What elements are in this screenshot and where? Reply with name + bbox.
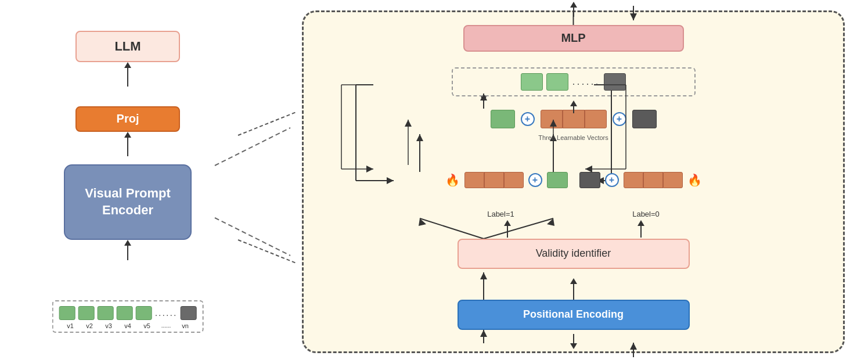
vpe-box: Visual PromptEncoder <box>64 164 192 240</box>
validity-identifier-label: Validity identifier <box>536 247 611 260</box>
lv-orange-seg-1 <box>541 110 563 128</box>
arrow-vpe-tokens <box>124 240 131 260</box>
lower-left-group: 🔥 + <box>445 172 568 188</box>
right-side: MLP ...... + <box>302 10 845 353</box>
right-token-2 <box>546 73 568 91</box>
fire-icon-right: 🔥 <box>687 173 702 187</box>
lower-right-group: + 🔥 <box>579 172 702 188</box>
arrow-line <box>573 106 574 113</box>
arrow-validity-right <box>638 220 644 238</box>
mlp-label: MLP <box>561 31 585 45</box>
token-v5 <box>136 306 152 320</box>
arrow-head <box>638 220 644 226</box>
arrow-line <box>640 226 642 238</box>
arrow-head <box>504 220 511 226</box>
arrow-head <box>570 100 577 106</box>
validity-identifier-box: Validity identifier <box>458 239 690 269</box>
positional-encoding-label: Positional Encoding <box>523 308 624 321</box>
svg-line-20 <box>420 218 484 239</box>
lv-green-left <box>491 110 515 128</box>
llm-box: LLM <box>75 31 180 62</box>
token-label-v1: v1 <box>62 322 78 329</box>
tokens-squares: ...... <box>59 306 197 320</box>
lv-orange-lower-right <box>624 172 683 188</box>
token-vn <box>180 306 196 320</box>
token-label-v3: v3 <box>100 322 117 329</box>
vpe-label: Visual PromptEncoder <box>85 185 171 218</box>
arrow-validity-left <box>504 220 511 238</box>
svg-line-0 <box>238 112 296 135</box>
token-v1 <box>59 306 75 320</box>
token-v3 <box>98 306 114 320</box>
tokens-dashed-box: ...... v1 v2 v3 v4 v5 ...... vn <box>52 300 204 333</box>
lv-orange-lower-seg-1 <box>464 172 484 188</box>
token-label-v4: v4 <box>120 322 136 329</box>
arrow-line <box>507 226 508 238</box>
token-labels: v1 v2 v3 v4 v5 ...... vn <box>62 322 193 329</box>
arrow-into-mlp <box>570 2 577 17</box>
token-label-vn: vn <box>177 322 193 329</box>
svg-marker-31 <box>366 166 373 172</box>
llm-label: LLM <box>114 39 141 54</box>
connector-svg <box>232 66 302 298</box>
svg-marker-25 <box>480 272 487 279</box>
token-label-v5: v5 <box>139 322 155 329</box>
mlp-box: MLP <box>463 25 684 52</box>
arrow-line <box>127 246 128 260</box>
arrow-pe-validity <box>570 278 577 300</box>
arrow-line <box>573 8 574 17</box>
lv-orange-lower-right-seg-3 <box>663 172 683 188</box>
right-token-dark <box>604 73 626 91</box>
svg-line-22 <box>484 218 553 239</box>
svg-line-1 <box>238 240 296 263</box>
svg-marker-27 <box>480 330 487 337</box>
plus-lower-left: + <box>528 173 542 187</box>
right-tokens-area: ...... <box>452 67 696 96</box>
token-label-dots: ...... <box>158 322 174 329</box>
right-dashed-box: ...... <box>452 67 696 96</box>
arrow-proj-vpe <box>124 132 131 156</box>
arrow-head <box>570 2 577 8</box>
lv-orange-lower-right-seg-1 <box>624 172 643 188</box>
lv-orange-lower-seg-3 <box>504 172 524 188</box>
lv-green-lower <box>547 172 568 188</box>
diagram-container: LLM Proj Visual PromptEncoder <box>0 0 868 363</box>
lv-orange-seg-3 <box>585 110 607 128</box>
lv-dark-right <box>632 110 657 128</box>
fire-icon-left: 🔥 <box>445 173 460 187</box>
positional-encoding-box: Positional Encoding <box>458 300 690 330</box>
proj-box: Proj <box>75 106 180 132</box>
lv-orange-lower-left <box>464 172 524 188</box>
right-token-dots: ...... <box>572 76 600 88</box>
arrow-into-pe <box>570 334 577 349</box>
label1: Label=1 <box>487 210 514 218</box>
svg-marker-37 <box>405 120 412 127</box>
labels-row: Label=1 Label=0 <box>428 210 719 218</box>
arrow-line <box>573 284 574 300</box>
tokens-container: ...... v1 v2 v3 v4 v5 ...... vn <box>52 300 204 333</box>
lv-orange-lower-seg-2 <box>484 172 504 188</box>
arrow-head <box>570 278 577 284</box>
left-side: LLM Proj Visual PromptEncoder <box>23 19 232 344</box>
svg-marker-7 <box>416 134 423 141</box>
label0: Label=0 <box>632 210 660 218</box>
lower-row: 🔥 + + 🔥 <box>428 172 719 188</box>
arrow-head <box>124 240 131 246</box>
arrow-line <box>127 138 128 156</box>
token-label-v2: v2 <box>81 322 98 329</box>
arrow-line <box>573 334 574 343</box>
arrow-llm-proj <box>124 62 131 87</box>
lv-dark-lower <box>579 172 600 188</box>
svg-marker-23 <box>547 218 554 226</box>
svg-marker-21 <box>419 218 426 226</box>
arrow-head <box>124 62 131 68</box>
plus-lower-right: + <box>605 173 619 187</box>
connector-area <box>232 66 302 298</box>
learnable-vectors-label: Three Learnable Vectors <box>538 134 608 141</box>
token-v4 <box>117 306 133 320</box>
token-v2 <box>78 306 95 320</box>
right-token-1 <box>521 73 543 91</box>
lv-orange-lower-right-seg-2 <box>643 172 663 188</box>
arrow-head <box>124 132 131 138</box>
arrow-line <box>127 68 128 87</box>
